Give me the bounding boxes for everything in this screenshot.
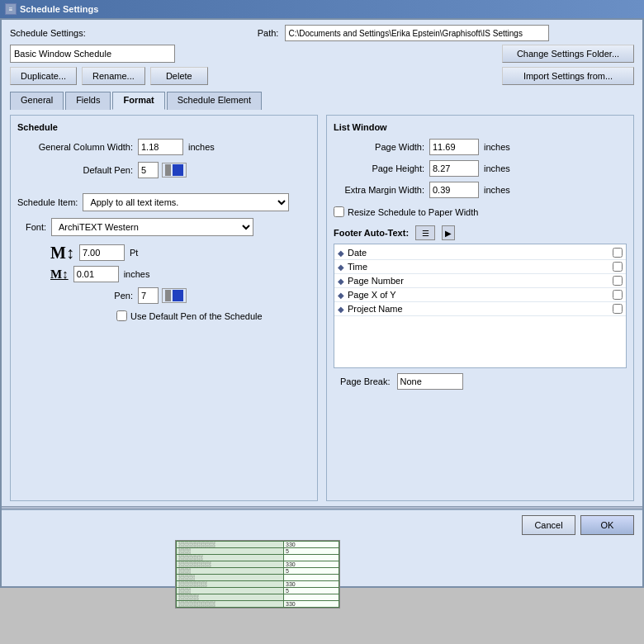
preview-table-container: ░░░░░░░░░ 330 ░░░ 5 ░░░░░░ ░░░░░░░░ 330 … [175, 540, 340, 608]
table-row: ░░░ 5 [177, 588, 339, 594]
title-bar-text: Schedule Settings [20, 4, 98, 14]
resize-label: Resize Schedule to Paper Width [348, 207, 478, 217]
schedule-item-dropdown[interactable]: Apply to all text items. [83, 193, 289, 211]
default-pen-swatch[interactable] [162, 163, 187, 178]
footer-date-text: Date [348, 248, 609, 258]
footer-list: ◆ Date ◆ Time ◆ Page Number [334, 244, 626, 367]
schedule-dropdown-container: Basic Window Schedule [10, 45, 175, 63]
footer-arrow-button[interactable]: ▶ [442, 225, 455, 240]
pen-value-display [138, 287, 187, 304]
page-width-label: Page Width: [334, 142, 424, 152]
top-area: Schedule Settings: Path: Basic Window Sc… [2, 20, 642, 88]
table-row: ░░░░ [177, 575, 339, 581]
page-height-input[interactable] [429, 160, 479, 177]
footer-item-page-x-of-y: ◆ Page X of Y [334, 288, 626, 302]
use-default-pen-row: Use Default Pen of the Schedule [116, 310, 310, 321]
pen-input[interactable] [138, 287, 159, 304]
tab-format[interactable]: Format [112, 92, 164, 110]
table-row: ░░░░░░░░ 330 [177, 561, 339, 568]
footer-empty-space [334, 316, 626, 366]
pen-swatch[interactable] [162, 288, 187, 303]
list-window-title: List Window [334, 122, 627, 132]
page-break-row: Page Break: [334, 368, 627, 395]
font-size-inches-row: M↕ inches [50, 266, 310, 282]
page-break-input[interactable] [397, 373, 463, 390]
schedule-dropdown[interactable]: Basic Window Schedule [10, 45, 175, 63]
swatch-gray [165, 164, 171, 176]
tabs-bar: General Fields Format Schedule Element [2, 88, 642, 110]
footer-page-number-checkbox[interactable] [613, 276, 623, 286]
use-default-pen-checkbox[interactable] [116, 310, 127, 321]
font-size-area: M↕ Pt M↕ inches [50, 244, 310, 282]
footer-page-x-of-y-checkbox[interactable] [613, 290, 623, 300]
tab-fields[interactable]: Fields [65, 92, 111, 110]
pen-display [138, 162, 187, 178]
footer-time-checkbox[interactable] [613, 262, 623, 272]
footer-project-name-checkbox[interactable] [613, 304, 623, 314]
extra-margin-unit: inches [484, 185, 510, 195]
default-pen-label: Default Pen: [17, 165, 133, 175]
extra-margin-input[interactable] [429, 182, 479, 198]
cancel-button[interactable]: Cancel [522, 515, 575, 535]
ok-button[interactable]: OK [580, 515, 634, 535]
page-height-unit: inches [484, 163, 510, 173]
font-size-pt-input[interactable] [79, 244, 125, 261]
default-pen-row: Default Pen: [17, 162, 310, 178]
font-dropdown-container: ArchiTEXT Western [51, 218, 253, 236]
change-settings-folder-button[interactable]: Change Settings Folder... [502, 45, 634, 63]
tab-schedule-element[interactable]: Schedule Element [167, 92, 262, 110]
extra-margin-row: Extra Margin Width: inches [334, 182, 627, 198]
font-dropdown[interactable]: ArchiTEXT Western [51, 218, 253, 236]
footer-item-project-name: ◆ Project Name [334, 302, 626, 316]
schedule-item-label: Schedule Item: [17, 197, 78, 207]
duplicate-button[interactable]: Duplicate... [10, 67, 77, 85]
preview-table: ░░░░░░░░░ 330 ░░░ 5 ░░░░░░ ░░░░░░░░ 330 … [176, 541, 339, 608]
page-width-row: Page Width: inches [334, 139, 627, 155]
font-size-pt-row: M↕ Pt [50, 244, 310, 261]
schedule-settings-label: Schedule Settings: [10, 28, 86, 38]
delete-button[interactable]: Delete [150, 67, 208, 85]
font-row: Font: ArchiTEXT Western [17, 218, 310, 236]
table-row: ░░░ 5 [177, 548, 339, 555]
table-row: ░░░ 5 [177, 568, 339, 575]
pen-label: Pen: [17, 291, 133, 301]
path-label: Path: [258, 28, 279, 38]
page-width-input[interactable] [429, 139, 479, 155]
font-size-pt-unit: Pt [130, 248, 138, 258]
rename-button[interactable]: Rename... [82, 67, 145, 85]
list-window-section: List Window Page Width: inches Page Heig… [334, 122, 627, 198]
footer-date-checkbox[interactable] [613, 248, 623, 258]
table-row: ░░░░░░░ 330 [177, 581, 339, 588]
pen-swatch-blue [173, 290, 183, 301]
footer-date-arrow: ◆ [338, 249, 344, 258]
use-default-pen-label: Use Default Pen of the Schedule [130, 311, 263, 321]
page-height-label: Page Height: [334, 163, 424, 173]
swatch-blue [173, 164, 183, 176]
resize-checkbox[interactable] [334, 206, 344, 217]
general-column-width-label: General Column Width: [17, 142, 133, 152]
import-settings-button[interactable]: Import Settings from... [502, 67, 634, 85]
general-column-width-input[interactable] [138, 139, 183, 155]
footer-icon-button[interactable]: ☰ [415, 225, 435, 240]
table-row: ░░░░░░░░░ 330 [177, 601, 339, 608]
footer-page-x-of-y-text: Page X of Y [348, 290, 609, 300]
content-area: Schedule General Column Width: inches De… [2, 110, 642, 506]
footer-page-x-of-y-arrow: ◆ [338, 291, 344, 300]
tab-general[interactable]: General [10, 92, 64, 110]
footer-list-section: ◆ Date ◆ Time ◆ Page Number [334, 244, 627, 368]
footer-auto-text-section: Footer Auto-Text: ☰ ▶ ◆ Date [334, 225, 627, 368]
default-pen-input[interactable] [138, 162, 159, 178]
font-size-inches-input[interactable] [73, 266, 119, 282]
general-column-width-unit: inches [188, 142, 215, 152]
font-m-large-icon: M↕ [50, 244, 74, 261]
path-input[interactable] [285, 25, 549, 41]
bottom-bar: Cancel OK [2, 509, 642, 540]
table-row: ░░░░░░░░░ 330 [177, 542, 339, 548]
footer-page-number-arrow: ◆ [338, 277, 344, 286]
font-size-inches-unit: inches [124, 269, 150, 279]
left-panel: Schedule General Column Width: inches De… [10, 115, 318, 501]
footer-page-number-text: Page Number [348, 276, 609, 286]
footer-arrow-icon: ▶ [445, 229, 452, 238]
schedule-item-row: Schedule Item: Apply to all text items. [17, 193, 310, 211]
footer-project-name-arrow: ◆ [338, 305, 344, 314]
